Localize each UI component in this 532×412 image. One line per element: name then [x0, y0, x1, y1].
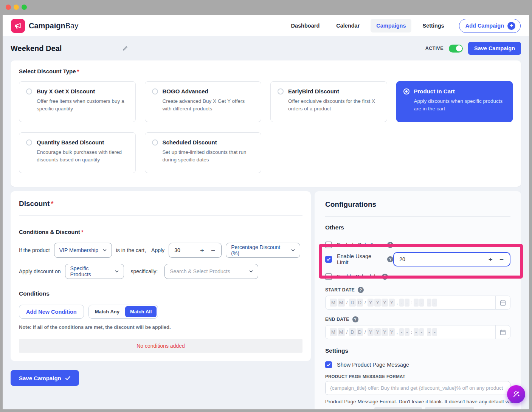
add-new-condition-button[interactable]: Add New Condition: [19, 305, 84, 319]
divider: [495, 325, 496, 339]
nav-item-dashboard[interactable]: Dashboard: [285, 19, 326, 33]
radio-icon[interactable]: [26, 88, 32, 94]
match-mode-segmented: Match Any Match All: [88, 305, 158, 319]
discount-type-grid: Buy X Get X DiscountOffer free items whe…: [19, 81, 513, 173]
apply-target-select[interactable]: Specific Products: [65, 264, 124, 279]
nav-item-settings[interactable]: Settings: [417, 19, 450, 33]
decrement-icon[interactable]: −: [499, 256, 504, 263]
maximize-window-icon[interactable]: [22, 5, 27, 10]
conditions-controls-row: Add New Condition Match Any Match All: [19, 305, 302, 319]
discount-type-description: Set up time-limited discounts that run d…: [163, 149, 254, 164]
divider: [495, 296, 496, 309]
date-segment-chip: Y: [368, 299, 374, 307]
conditions-note: Note: If all of the conditions are met, …: [19, 324, 302, 330]
minimize-window-icon[interactable]: [14, 5, 19, 10]
product-select[interactable]: VIP Membership: [54, 243, 112, 258]
chevron-down-icon: [291, 248, 295, 252]
help-line-2: Use placeholder like {campaign_title} {d…: [325, 407, 510, 409]
nav-item-campaigns[interactable]: Campaigns: [371, 19, 411, 33]
usage-limit-checkbox[interactable]: [325, 256, 332, 263]
discount-type-card-quantity-based-discount[interactable]: Quantity Based DiscountEncourage bulk pu…: [19, 132, 136, 173]
discount-type-card-product-in-cart[interactable]: Product In CartApply discounts when spec…: [396, 81, 513, 122]
campaign-title-placeholder-chip[interactable]: {campaign_title}: [374, 407, 422, 409]
discount-rule-row: If the product VIP Membership is in the …: [19, 243, 302, 258]
exclude-sale-items-label: Exclude Sale Items: [337, 242, 384, 248]
date-segment-chip: Y: [382, 299, 388, 307]
start-date-input[interactable]: MM/DD/YYYY,--:-- --: [325, 296, 510, 310]
calendar-icon[interactable]: [499, 329, 510, 336]
add-campaign-button[interactable]: Add Campaign +: [459, 19, 521, 33]
radio-icon[interactable]: [26, 139, 32, 146]
match-all-option[interactable]: Match All: [125, 306, 157, 317]
usage-limit-label: Enable Usage Limit: [337, 253, 384, 265]
increment-icon[interactable]: +: [488, 256, 493, 263]
apply-on-prefix-text: Apply discount on: [19, 268, 61, 274]
decrement-icon[interactable]: −: [210, 247, 216, 254]
calendar-icon[interactable]: [499, 299, 510, 306]
required-marker: *: [51, 200, 53, 208]
discount-type-section: Select Discount Type* Buy X Get X Discou…: [11, 60, 521, 187]
end-date-segments: MM/DD/YYYY,--:-- --: [329, 328, 437, 336]
date-segment-chip: -: [405, 299, 409, 307]
page-title: Weekend Deal: [11, 44, 62, 53]
check-icon: [65, 376, 71, 380]
discount-type-card-bogo-advanced[interactable]: BOGO AdvancedCreate advanced Buy X Get Y…: [145, 81, 262, 122]
usage-limit-row: Enable Usage Limit ? 20 + −: [325, 252, 510, 266]
usage-limit-input[interactable]: 20 + −: [393, 252, 510, 266]
save-campaign-button-bottom[interactable]: Save Campaign: [11, 370, 79, 386]
calendar-trigger: [495, 296, 510, 309]
date-segment-chip: -: [419, 328, 424, 336]
radio-icon[interactable]: [152, 139, 158, 146]
discount-type-card-scheduled-discount[interactable]: Scheduled DiscountSet up time-limited di…: [145, 132, 262, 173]
conditions-heading: Conditions: [19, 290, 302, 297]
app-window: CampaignBay DashboardCalendarCampaignsSe…: [3, 15, 529, 409]
discount-panel: Discount* Conditions & Discount* If the …: [11, 191, 311, 361]
active-toggle[interactable]: [449, 45, 463, 53]
discount-type-title: Quantity Based Discount: [37, 139, 104, 146]
help-icon[interactable]: ?: [358, 287, 364, 293]
discount-type-description: Offer exclusive discounts for the first …: [288, 98, 380, 113]
increment-icon[interactable]: +: [199, 247, 205, 254]
lower-panels: Discount* Conditions & Discount* If the …: [11, 191, 521, 409]
date-segment-chip: Y: [368, 328, 374, 336]
date-segment-chip: Y: [389, 328, 395, 336]
enable-schedule-checkbox[interactable]: [325, 273, 332, 280]
discount-type-section-label: Select Discount Type*: [19, 68, 513, 74]
discount-amount-stepper[interactable]: 30 + −: [169, 243, 222, 258]
date-segment-separator: :: [411, 300, 413, 305]
product-search-select[interactable]: Search & Select Products: [164, 264, 258, 279]
others-heading: Others: [325, 224, 510, 231]
plus-icon: +: [507, 22, 515, 30]
date-segment-separator: /: [364, 329, 366, 335]
exclude-sale-items-checkbox[interactable]: [325, 242, 332, 248]
left-column: Discount* Conditions & Discount* If the …: [11, 191, 311, 386]
edit-title-icon[interactable]: [122, 45, 128, 51]
magic-wand-fab[interactable]: [507, 385, 525, 403]
date-segment-separator: /: [346, 329, 348, 335]
show-product-message-checkbox[interactable]: [325, 361, 332, 368]
nav-item-calendar[interactable]: Calendar: [330, 19, 365, 33]
date-segment-chip: -: [414, 299, 418, 307]
save-campaign-button-top[interactable]: Save Campaign: [468, 42, 521, 55]
discount-value-placeholder-chip[interactable]: {discount_value}: [425, 407, 474, 409]
match-any-option[interactable]: Match Any: [90, 306, 124, 317]
radio-icon[interactable]: [152, 88, 158, 94]
help-icon[interactable]: ?: [387, 242, 393, 248]
discount-type-title: Buy X Get X Discount: [37, 88, 95, 94]
help-icon[interactable]: ?: [352, 316, 358, 322]
discount-type-card-buy-x-get-x-discount[interactable]: Buy X Get X DiscountOffer free items whe…: [19, 81, 136, 122]
date-segment-chip: Y: [374, 328, 381, 336]
end-date-input[interactable]: MM/DD/YYYY,--:-- --: [325, 325, 510, 339]
help-suffix: .: [477, 408, 479, 409]
help-icon[interactable]: ?: [387, 256, 393, 262]
radio-icon[interactable]: [278, 88, 284, 94]
radio-selected-icon[interactable]: [403, 88, 409, 94]
message-format-input[interactable]: [325, 381, 510, 395]
help-icon[interactable]: ?: [382, 274, 388, 280]
discount-type-card-earlybird-discount[interactable]: EarlyBird DiscountOffer exclusive discou…: [270, 81, 387, 122]
close-window-icon[interactable]: [6, 5, 11, 10]
save-campaign-bottom-label: Save Campaign: [19, 375, 61, 381]
product-search-placeholder: Search & Select Products: [170, 268, 230, 274]
discount-type-select[interactable]: Percentage Discount (%): [226, 243, 300, 258]
rule-middle-text: is in the cart,: [116, 247, 146, 253]
